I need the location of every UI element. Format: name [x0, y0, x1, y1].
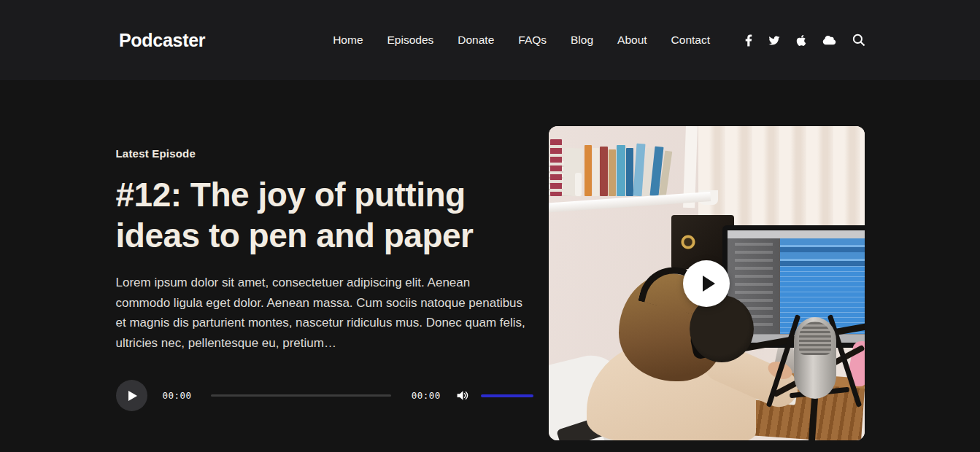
nav-item-donate[interactable]: Donate — [458, 34, 494, 47]
eyebrow-label: Latest Episode — [116, 147, 536, 160]
episode-description: Lorem ipsum dolor sit amet, consectetuer… — [116, 273, 526, 353]
header-right: Home Episodes Donate FAQs Blog About Con… — [333, 34, 865, 47]
current-time: 00:00 — [163, 390, 192, 401]
seek-bar[interactable] — [211, 394, 391, 397]
scene-book — [550, 139, 562, 196]
apple-icon[interactable] — [796, 34, 806, 47]
scene-screen-menubar — [728, 230, 865, 238]
scene-book — [584, 145, 592, 196]
play-icon — [128, 391, 137, 401]
nav-item-contact[interactable]: Contact — [671, 34, 710, 47]
scene-audio-tracks — [779, 238, 865, 266]
nav-item-blog[interactable]: Blog — [571, 34, 593, 47]
volume-bar-fill[interactable] — [481, 394, 533, 397]
audio-play-button[interactable] — [116, 380, 147, 411]
play-icon — [703, 276, 715, 292]
scene-book — [593, 148, 599, 196]
main-nav: Home Episodes Donate FAQs Blog About Con… — [333, 34, 710, 47]
episode-copy: Latest Episode #12: The joy of putting i… — [116, 80, 536, 440]
social-links — [745, 34, 865, 47]
scene-book — [609, 149, 616, 196]
audio-player: 00:00 00:00 — [116, 380, 536, 411]
search-icon[interactable] — [852, 34, 865, 47]
facebook-icon[interactable] — [745, 34, 752, 47]
scene-book — [600, 147, 608, 196]
twitter-icon[interactable] — [768, 35, 781, 46]
site-logo[interactable]: Podcaster — [119, 30, 205, 51]
scene-microphone-grill — [799, 322, 831, 355]
nav-item-about[interactable]: About — [617, 34, 647, 47]
scene-speaker-cone — [680, 234, 696, 250]
nav-item-faqs[interactable]: FAQs — [518, 34, 547, 47]
volume-mute-icon[interactable] — [456, 389, 470, 402]
scene-bottle — [575, 173, 582, 196]
episode-title: #12: The joy of putting ideas to pen and… — [116, 175, 536, 256]
soundcloud-icon[interactable] — [822, 35, 837, 45]
episode-video-play-button[interactable] — [683, 260, 730, 307]
nav-item-home[interactable]: Home — [333, 34, 363, 47]
duration-time: 00:00 — [412, 390, 441, 401]
scene-book — [617, 145, 625, 196]
episode-cover-photo — [549, 126, 865, 440]
nav-item-episodes[interactable]: Episodes — [387, 34, 434, 47]
scene-book — [626, 148, 633, 196]
site-header: Podcaster Home Episodes Donate FAQs Blog… — [0, 0, 980, 80]
latest-episode-section: Latest Episode #12: The joy of putting i… — [0, 80, 980, 440]
